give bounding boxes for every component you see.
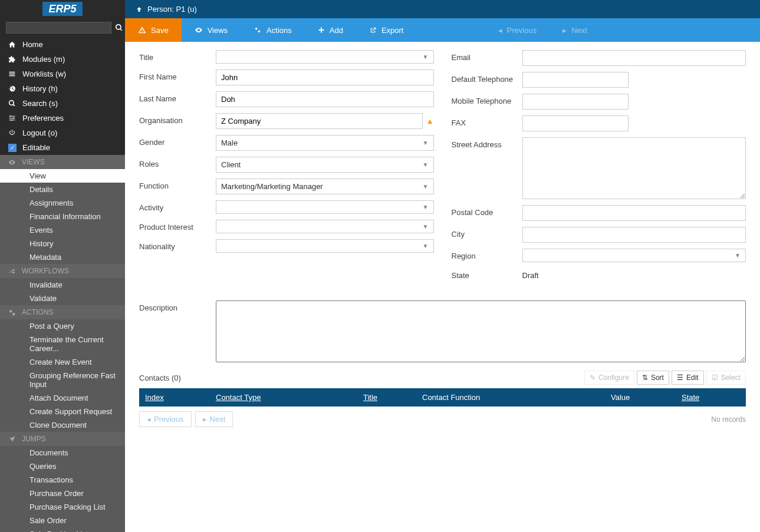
title-select[interactable]: ▼ — [216, 50, 434, 64]
select-button[interactable]: ☑Select — [706, 371, 746, 385]
configure-button[interactable]: ✎Configure — [584, 371, 634, 385]
sidebar-item-events[interactable]: Events — [0, 223, 125, 237]
col-state[interactable]: State — [682, 393, 740, 402]
next-button[interactable]: ▸ Next — [550, 18, 600, 42]
breadcrumb-bar: Person: P1 (u) — [125, 0, 760, 18]
svg-point-6 — [11, 120, 12, 121]
nationality-select[interactable]: ▼ — [216, 239, 434, 253]
sidebar-nav-preferences[interactable]: Preferences — [0, 111, 125, 125]
sidebar-item-grouping-reference-fast-input[interactable]: Grouping Reference Fast Input — [0, 369, 125, 391]
sidebar-item-terminate-the-current-career-[interactable]: Terminate the Current Career... — [0, 333, 125, 355]
save-label: Save — [151, 26, 169, 35]
main: Person: P1 (u) Save Views Actions Add Ex… — [125, 0, 760, 532]
postal-code-label: Postal Code — [452, 205, 522, 217]
sidebar-search — [0, 18, 125, 37]
gender-select[interactable]: Male▼ — [216, 135, 434, 151]
pager-next[interactable]: ▸Next — [195, 411, 233, 427]
edit-button[interactable]: ☰Edit — [672, 371, 704, 385]
actions-button[interactable]: Actions — [241, 18, 305, 42]
listbox-title: Contacts (0) — [139, 374, 181, 382]
fax-input[interactable] — [522, 115, 629, 131]
sidebar-item-purchase-packing-list[interactable]: Purchase Packing List — [0, 500, 125, 514]
sidebar-item-purchase-order[interactable]: Purchase Order — [0, 487, 125, 500]
form-right-column: Email Default Telephone Mobile Telephone… — [452, 50, 746, 289]
sidebar-item-queries[interactable]: Queries — [0, 460, 125, 473]
activity-label: Activity — [139, 200, 216, 212]
sidebar-nav-home[interactable]: Home — [0, 37, 125, 52]
region-select[interactable]: ▼ — [522, 249, 746, 262]
sidebar: ERP5 HomeModules (m)Worklists (w)History… — [0, 0, 125, 532]
city-input[interactable] — [522, 227, 746, 243]
svg-line-3 — [13, 104, 15, 106]
caret-right-icon: ▸ — [203, 415, 207, 424]
shuffle-icon — [8, 267, 16, 275]
search-icon[interactable] — [115, 24, 123, 32]
col-contact-function: Contact Function — [422, 393, 611, 402]
roles-select[interactable]: Client▼ — [216, 157, 434, 173]
sidebar-item-history[interactable]: History — [0, 237, 125, 250]
sidebar-item-invalidate[interactable]: Invalidate — [0, 278, 125, 292]
title-label: Title — [139, 50, 216, 62]
description-input[interactable] — [216, 300, 746, 362]
sidebar-item-validate[interactable]: Validate — [0, 292, 125, 305]
views-button[interactable]: Views — [182, 18, 241, 42]
sidebar-nav-worklists[interactable]: Worklists (w) — [0, 67, 125, 81]
first-name-input[interactable] — [216, 70, 434, 85]
svg-point-7 — [9, 310, 12, 312]
wrench-icon: ✎ — [590, 374, 596, 382]
sidebar-item-sale-packing-list[interactable]: Sale Packing List — [0, 527, 125, 532]
sidebar-search-input[interactable] — [6, 22, 111, 34]
sidebar-item-create-new-event[interactable]: Create New Event — [0, 355, 125, 369]
history-icon — [8, 85, 17, 92]
sidebar-item-documents[interactable]: Documents — [0, 446, 125, 460]
sidebar-item-create-support-request[interactable]: Create Support Request — [0, 405, 125, 418]
default-telephone-input[interactable] — [522, 72, 629, 88]
description-label: Description — [139, 300, 216, 362]
cogs-icon — [8, 309, 16, 316]
sidebar-item-metadata[interactable]: Metadata — [0, 250, 125, 264]
add-button[interactable]: Add — [305, 18, 356, 42]
sidebar-item-view[interactable]: View — [0, 169, 125, 183]
mobile-telephone-input[interactable] — [522, 94, 629, 110]
sidebar-nav-logout[interactable]: Logout (o) — [0, 125, 125, 140]
sidebar-item-details[interactable]: Details — [0, 183, 125, 196]
organisation-input[interactable] — [216, 113, 423, 129]
save-button[interactable]: Save — [125, 18, 182, 42]
sidebar-item-financial-information[interactable]: Financial Information — [0, 210, 125, 223]
up-arrow-icon[interactable] — [136, 6, 143, 13]
previous-button[interactable]: ◂ Previous — [485, 18, 550, 42]
state-label: State — [452, 268, 522, 280]
col-contact-type[interactable]: Contact Type — [216, 393, 363, 402]
first-name-label: First Name — [139, 70, 216, 81]
sidebar-nav-search[interactable]: Search (s) — [0, 96, 125, 111]
function-select[interactable]: Marketing/Marketing Manager▼ — [216, 179, 434, 194]
pager-previous[interactable]: ◂Previous — [139, 411, 192, 427]
roles-label: Roles — [139, 157, 216, 168]
description-row: Description — [139, 300, 746, 362]
last-name-input[interactable] — [216, 91, 434, 107]
export-icon — [369, 27, 377, 34]
sidebar-item-assignments[interactable]: Assignments — [0, 196, 125, 210]
breadcrumb-text[interactable]: Person: P1 (u) — [147, 5, 197, 14]
sidebar-item-clone-document[interactable]: Clone Document — [0, 418, 125, 432]
col-index[interactable]: Index — [145, 393, 216, 402]
sidebar-nav-modules[interactable]: Modules (m) — [0, 52, 125, 67]
sidebar-nav-history[interactable]: History (h) — [0, 81, 125, 96]
product-interest-select[interactable]: ▼ — [216, 220, 434, 233]
sidebar-item-post-a-query[interactable]: Post a Query — [0, 319, 125, 333]
postal-code-input[interactable] — [522, 205, 746, 221]
caret-left-icon: ◂ — [498, 26, 502, 35]
state-value: Draft — [522, 268, 539, 283]
export-button[interactable]: Export — [356, 18, 417, 42]
street-address-input[interactable] — [522, 137, 746, 199]
organisation-label: Organisation — [139, 113, 216, 125]
col-title[interactable]: Title — [363, 393, 422, 402]
svg-point-4 — [10, 115, 11, 117]
email-input[interactable] — [522, 50, 746, 66]
sidebar-item-attach-document[interactable]: Attach Document — [0, 391, 125, 405]
sidebar-item-transactions[interactable]: Transactions — [0, 473, 125, 487]
sort-button[interactable]: ⇅Sort — [637, 371, 669, 385]
sidebar-nav-editable[interactable]: ✓Editable — [0, 140, 125, 155]
sidebar-item-sale-order[interactable]: Sale Order — [0, 514, 125, 527]
activity-select[interactable]: ▼ — [216, 200, 434, 214]
